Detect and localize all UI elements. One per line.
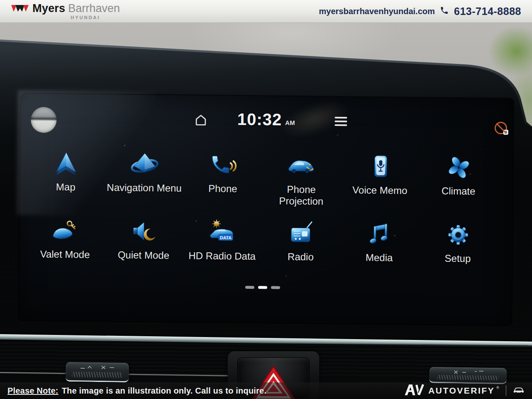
app-tile-valet-mode[interactable]: Valet Mode [26, 214, 105, 261]
hamburger-menu-button[interactable] [335, 117, 347, 126]
app-label: Radio [261, 251, 340, 263]
hand-key-icon [26, 214, 105, 247]
app-tile-navigation-menu[interactable]: Navigation Menu [105, 148, 184, 206]
autoverify-name: AUTOVERIFY [428, 386, 495, 396]
note-label: Please Note: [7, 386, 58, 395]
note-text: The image is an illustration only. Call … [62, 386, 266, 395]
vent-adjuster-tab[interactable] [429, 367, 507, 384]
app-tile-setup[interactable]: Setup [419, 218, 498, 265]
driver-profile-avatar[interactable] [31, 107, 57, 133]
vehicle-photo: 10:32 AM B Map [0, 23, 532, 399]
clock-period: AM [285, 119, 295, 126]
app-tile-climate[interactable]: Climate [419, 151, 498, 209]
app-tile-map[interactable]: Map [26, 147, 105, 205]
myers-m-emblem-icon [11, 3, 29, 15]
car-sun-data-icon: DATA [183, 216, 262, 249]
autoverify-brand: AUTOVERIFY ® [404, 384, 525, 398]
svg-text:DATA: DATA [219, 235, 232, 240]
dealer-location: Barrhaven [68, 3, 120, 14]
fan-icon [419, 151, 498, 184]
app-tile-media[interactable]: Media [340, 217, 419, 264]
navigation-orbit-icon [105, 148, 184, 181]
app-label: Map [26, 181, 105, 193]
page-dot-active [258, 286, 267, 289]
app-label: HD Radio Data [183, 250, 261, 262]
vent-adjuster-tab[interactable] [66, 362, 129, 382]
app-label: Setup [419, 252, 497, 265]
page-dot [245, 286, 254, 289]
app-label: Climate [419, 185, 498, 197]
app-grid-row-2: Valet Mode Quiet Mode [26, 214, 498, 265]
disclaimer-note: Please Note:The image is an illustration… [7, 386, 266, 396]
dealer-logo: Myers Barrhaven HYUNDAI [11, 3, 120, 20]
home-button[interactable] [193, 113, 208, 127]
app-tile-voice-memo[interactable]: Voice Memo [340, 150, 419, 208]
radio-receiver-icon [261, 217, 340, 250]
bluetooth-disconnected-icon: B [495, 122, 507, 134]
app-tile-hd-radio-data[interactable]: DATA HD Radio Data [183, 216, 262, 262]
app-label: Media [340, 251, 419, 264]
app-label: Quiet Mode [104, 249, 183, 261]
app-tile-quiet-mode[interactable]: Quiet Mode [104, 215, 183, 261]
music-notes-icon [340, 217, 419, 251]
disclaimer-bar: Please Note:The image is an illustration… [0, 382, 532, 399]
bluetooth-badge: B [503, 130, 508, 135]
clock-time: 10:32 [237, 110, 282, 128]
voice-recorder-icon [341, 150, 420, 183]
car-icon [513, 386, 525, 396]
app-tile-phone[interactable]: Phone [183, 148, 262, 207]
app-tile-radio[interactable]: Radio [261, 217, 340, 263]
app-grid-row-1: Map Navigation Menu [26, 147, 498, 209]
dealer-brand: HYUNDAI [71, 15, 120, 20]
dealer-name: Myers [32, 3, 65, 14]
app-label: Voice Memo [340, 184, 419, 197]
car-usb-icon [262, 149, 341, 182]
app-label: Valet Mode [26, 248, 104, 261]
app-label: Phone Projection [266, 183, 337, 207]
divider [506, 385, 506, 396]
registered-mark: ® [496, 386, 499, 390]
gear-icon [419, 218, 498, 251]
app-tile-phone-projection[interactable]: Phone Projection [262, 149, 341, 207]
map-arrow-icon [27, 147, 106, 180]
autoverify-av-logo-icon [404, 384, 424, 398]
dealer-website: myersbarrhavenhyundai.com [319, 7, 435, 16]
dealer-contact: myersbarrhavenhyundai.com 613-714-8888 [319, 5, 521, 17]
phone-handset-icon [440, 6, 449, 17]
page-indicator[interactable] [242, 286, 283, 289]
infotainment-display: 10:32 AM B Map [19, 94, 514, 325]
dealer-phone: 613-714-8888 [454, 5, 521, 17]
speaker-moon-icon [104, 215, 183, 248]
phone-handset-icon [184, 148, 263, 182]
page-dot [271, 286, 280, 289]
app-label: Phone [183, 182, 262, 195]
dealer-banner: Myers Barrhaven HYUNDAI myersbarrhavenhy… [0, 0, 532, 23]
clock: 10:32 AM [220, 110, 312, 129]
app-label: Navigation Menu [105, 182, 183, 194]
